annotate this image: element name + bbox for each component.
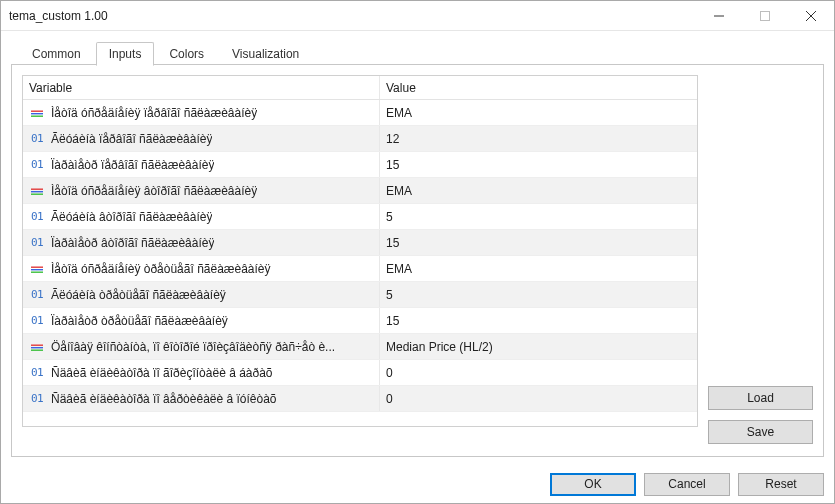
value-cell[interactable]: 5: [380, 204, 697, 229]
load-button[interactable]: Load: [708, 386, 813, 410]
table-row[interactable]: Ìåòîä óñðåäíåíèÿ âòîðîãî ñãëàæèâàíèÿEMA: [23, 178, 697, 204]
cancel-button[interactable]: Cancel: [644, 473, 730, 496]
variable-name: Ïàðàìåòð òðåòüåãî ñãëàæèâàíèÿ: [51, 314, 228, 328]
svg-rect-1: [761, 11, 770, 20]
number-icon: 01: [29, 210, 45, 224]
variable-name: Ñäâèã èíäèêàòîðà ïî âåðòèêàëè â ïóíêòàõ: [51, 392, 277, 406]
value-cell[interactable]: 5: [380, 282, 697, 307]
table-row[interactable]: Ìåòîä óñðåäíåíèÿ òðåòüåãî ñãëàæèâàíèÿEMA: [23, 256, 697, 282]
table-row[interactable]: Ìåòîä óñðåäíåíèÿ ïåðâîãî ñãëàæèâàíèÿEMA: [23, 100, 697, 126]
table-row[interactable]: 01Ãëóáèíà âòîðîãî ñãëàæèâàíèÿ5: [23, 204, 697, 230]
sidebar-buttons: Load Save: [708, 75, 813, 446]
value-cell[interactable]: 12: [380, 126, 697, 151]
table-row[interactable]: 01Ñäâèã èíäèêàòîðà ïî âåðòèêàëè â ïóíêòà…: [23, 386, 697, 412]
variable-name: Ìåòîä óñðåäíåíèÿ òðåòüåãî ñãëàæèâàíèÿ: [51, 262, 271, 276]
enum-icon: [29, 184, 45, 198]
svg-rect-5: [31, 113, 43, 114]
header-variable[interactable]: Variable: [23, 76, 380, 99]
reset-button[interactable]: Reset: [738, 473, 824, 496]
table-header: Variable Value: [23, 76, 697, 100]
ok-button[interactable]: OK: [550, 473, 636, 496]
enum-icon: [29, 262, 45, 276]
table-row[interactable]: 01Ïàðàìåòð òðåòüåãî ñãëàæèâàíèÿ15: [23, 308, 697, 334]
inputs-table: Variable Value Ìåòîä óñðåäíåíèÿ ïåðâîãî …: [22, 75, 698, 427]
header-value[interactable]: Value: [380, 76, 697, 99]
close-button[interactable]: [788, 1, 834, 30]
value-cell[interactable]: Median Price (HL/2): [380, 334, 697, 359]
table-row[interactable]: 01Ïàðàìåòð âòîðîãî ñãëàæèâàíèÿ15: [23, 230, 697, 256]
value-cell[interactable]: EMA: [380, 256, 697, 281]
maximize-button: [742, 1, 788, 30]
variable-name: Ìåòîä óñðåäíåíèÿ ïåðâîãî ñãëàæèâàíèÿ: [51, 106, 257, 120]
table-row[interactable]: 01Ïàðàìåòð ïåðâîãî ñãëàæèâàíèÿ15: [23, 152, 697, 178]
variable-name: Ïàðàìåòð âòîðîãî ñãëàæèâàíèÿ: [51, 236, 214, 250]
svg-rect-4: [31, 110, 43, 111]
variable-name: Ìåòîä óñðåäíåíèÿ âòîðîãî ñãëàæèâàíèÿ: [51, 184, 257, 198]
variable-name: Ñäâèã èíäèêàòîðà ïî ãîðèçîíòàëè â áàðàõ: [51, 366, 273, 380]
number-icon: 01: [29, 158, 45, 172]
svg-rect-12: [31, 271, 43, 272]
dialog-footer: OK Cancel Reset: [1, 465, 834, 503]
svg-rect-8: [31, 191, 43, 192]
svg-rect-11: [31, 269, 43, 270]
table-row[interactable]: Öåíîâàÿ êîíñòàíòà, ïî êîòîðîé ïðîèçâîäèò…: [23, 334, 697, 360]
enum-icon: [29, 106, 45, 120]
client-area: Common Inputs Colors Visualization Varia…: [1, 31, 834, 465]
value-cell[interactable]: 0: [380, 386, 697, 411]
variable-name: Ïàðàìåòð ïåðâîãî ñãëàæèâàíèÿ: [51, 158, 214, 172]
titlebar: tema_custom 1.00: [1, 1, 834, 31]
window-title: tema_custom 1.00: [9, 9, 696, 23]
tab-inputs[interactable]: Inputs: [96, 42, 155, 66]
table-body: Ìåòîä óñðåäíåíèÿ ïåðâîãî ñãëàæèâàíèÿEMA0…: [23, 100, 697, 426]
value-cell[interactable]: 15: [380, 152, 697, 177]
variable-name: Ãëóáèíà âòîðîãî ñãëàæèâàíèÿ: [51, 210, 212, 224]
minimize-button[interactable]: [696, 1, 742, 30]
number-icon: 01: [29, 314, 45, 328]
save-button[interactable]: Save: [708, 420, 813, 444]
value-cell[interactable]: EMA: [380, 178, 697, 203]
value-cell[interactable]: 0: [380, 360, 697, 385]
value-cell[interactable]: 15: [380, 230, 697, 255]
svg-line-3: [806, 11, 816, 21]
number-icon: 01: [29, 236, 45, 250]
window-controls: [696, 1, 834, 30]
table-row[interactable]: 01Ãëóáèíà ïåðâîãî ñãëàæèâàíèÿ12: [23, 126, 697, 152]
inputs-page: Variable Value Ìåòîä óñðåäíåíèÿ ïåðâîãî …: [11, 65, 824, 457]
value-cell[interactable]: EMA: [380, 100, 697, 125]
svg-rect-13: [31, 344, 43, 345]
tab-common[interactable]: Common: [19, 42, 94, 65]
tab-colors[interactable]: Colors: [156, 42, 217, 65]
svg-rect-9: [31, 193, 43, 194]
variable-name: Öåíîâàÿ êîíñòàíòà, ïî êîòîðîé ïðîèçâîäèò…: [51, 340, 335, 354]
number-icon: 01: [29, 392, 45, 406]
tab-visualization[interactable]: Visualization: [219, 42, 312, 65]
enum-icon: [29, 340, 45, 354]
svg-rect-10: [31, 266, 43, 267]
number-icon: 01: [29, 366, 45, 380]
table-row[interactable]: 01Ãëóáèíà òðåòüåãî ñãëàæèâàíèÿ5: [23, 282, 697, 308]
svg-rect-7: [31, 188, 43, 189]
properties-dialog: tema_custom 1.00 Common Inputs Colors Vi…: [0, 0, 835, 504]
tabstrip: Common Inputs Colors Visualization: [11, 41, 824, 65]
svg-rect-14: [31, 347, 43, 348]
variable-name: Ãëóáèíà ïåðâîãî ñãëàæèâàíèÿ: [51, 132, 212, 146]
svg-line-2: [806, 11, 816, 21]
number-icon: 01: [29, 132, 45, 146]
variable-name: Ãëóáèíà òðåòüåãî ñãëàæèâàíèÿ: [51, 288, 226, 302]
table-row[interactable]: 01Ñäâèã èíäèêàòîðà ïî ãîðèçîíòàëè â áàðà…: [23, 360, 697, 386]
value-cell[interactable]: 15: [380, 308, 697, 333]
number-icon: 01: [29, 288, 45, 302]
svg-rect-6: [31, 115, 43, 116]
inputs-table-container: Variable Value Ìåòîä óñðåäíåíèÿ ïåðâîãî …: [22, 75, 698, 446]
svg-rect-15: [31, 349, 43, 350]
